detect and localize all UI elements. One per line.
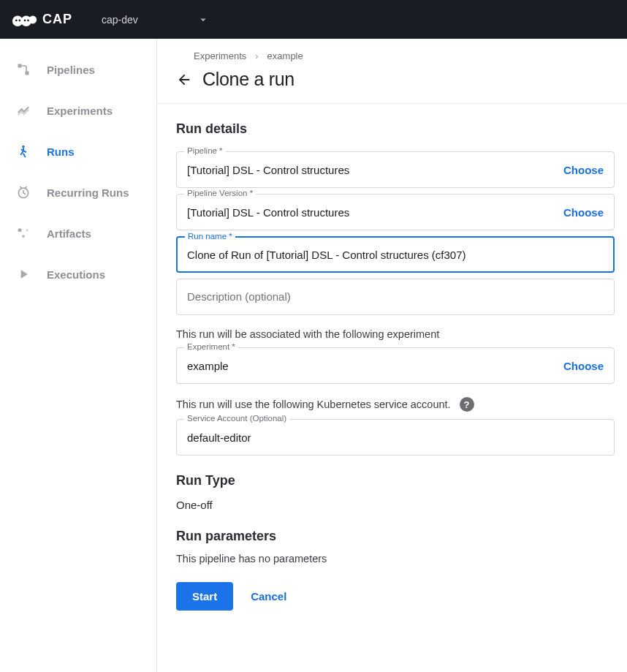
namespace-selector[interactable]: cap-dev [102, 13, 210, 26]
section-run-details: Run details [176, 121, 608, 137]
experiment-value: example [187, 360, 563, 372]
sidebar-item-runs[interactable]: Runs [0, 131, 156, 172]
clock-icon [16, 185, 31, 200]
svg-point-5 [24, 19, 26, 21]
service-account-input[interactable] [187, 431, 604, 444]
sidebar-item-label: Runs [47, 146, 75, 158]
play-icon [16, 267, 31, 282]
run-type-value: One-off [176, 499, 608, 511]
service-account-field[interactable]: Service Account (Optional) [176, 419, 615, 456]
description-field[interactable] [176, 279, 615, 315]
section-run-type: Run Type [176, 473, 608, 488]
service-account-help-text: This run will use the following Kubernet… [176, 399, 451, 410]
sidebar-item-label: Experiments [47, 105, 113, 117]
artifacts-icon [16, 226, 31, 241]
svg-point-2 [28, 15, 37, 23]
chevron-down-icon [197, 13, 210, 26]
sidebar-item-recurring-runs[interactable]: Recurring Runs [0, 172, 156, 213]
pipeline-version-field[interactable]: Pipeline Version * [Tutorial] DSL - Cont… [176, 194, 615, 230]
sidebar-item-executions[interactable]: Executions [0, 254, 156, 295]
run-parameters-empty: This pipeline has no parameters [176, 553, 608, 565]
pipeline-version-choose-button[interactable]: Choose [563, 206, 604, 219]
app-logo: CAP [12, 12, 72, 28]
topbar: CAP cap-dev [0, 0, 627, 39]
pipeline-value: [Tutorial] DSL - Control structures [187, 164, 563, 176]
sidebar-item-experiments[interactable]: Experiments [0, 90, 156, 131]
logo-icon [12, 12, 38, 28]
breadcrumb: Experiments › example [176, 50, 608, 61]
svg-rect-7 [18, 64, 22, 68]
page-header: Experiments › example Clone a run [157, 39, 627, 104]
description-input[interactable] [187, 290, 604, 303]
pipeline-choose-button[interactable]: Choose [563, 164, 604, 176]
sidebar-item-pipelines[interactable]: Pipelines [0, 49, 156, 90]
start-button[interactable]: Start [176, 582, 233, 611]
sidebar-item-artifacts[interactable]: Artifacts [0, 213, 156, 254]
pipeline-label: Pipeline * [184, 146, 226, 155]
breadcrumb-root[interactable]: Experiments [194, 50, 246, 61]
svg-point-12 [26, 229, 28, 231]
service-account-label: Service Account (Optional) [184, 414, 289, 423]
svg-point-3 [15, 19, 18, 21]
svg-point-4 [18, 19, 20, 21]
section-run-parameters: Run parameters [176, 529, 608, 544]
pipeline-version-label: Pipeline Version * [184, 189, 256, 197]
run-name-input[interactable] [187, 249, 604, 261]
runs-icon [16, 144, 31, 159]
svg-point-6 [27, 19, 29, 21]
experiment-field[interactable]: Experiment * example Choose [176, 347, 615, 384]
page-title: Clone a run [202, 69, 294, 90]
svg-rect-8 [26, 72, 29, 75]
run-name-field[interactable]: Run name * [176, 236, 615, 273]
namespace-value: cap-dev [102, 14, 138, 26]
help-icon[interactable]: ? [460, 397, 474, 412]
pipelines-icon [16, 62, 31, 77]
main-content: Experiments › example Clone a run Run de… [157, 39, 627, 672]
app-name: CAP [42, 12, 72, 27]
cancel-button[interactable]: Cancel [251, 590, 286, 603]
back-arrow-icon[interactable] [176, 72, 192, 88]
chevron-right-icon: › [255, 50, 258, 61]
run-name-label: Run name * [185, 232, 235, 241]
svg-point-13 [22, 235, 25, 238]
sidebar-item-label: Pipelines [47, 64, 95, 76]
pipeline-field[interactable]: Pipeline * [Tutorial] DSL - Control stru… [176, 151, 615, 188]
sidebar: Pipelines Experiments Runs Recurring Run… [0, 39, 157, 672]
breadcrumb-leaf[interactable]: example [267, 50, 303, 61]
svg-point-11 [18, 228, 22, 232]
experiment-label: Experiment * [184, 342, 238, 351]
experiment-help-text: This run will be associated with the fol… [176, 328, 608, 340]
pipeline-version-value: [Tutorial] DSL - Control structures [187, 206, 563, 219]
experiment-choose-button[interactable]: Choose [563, 360, 604, 372]
sidebar-item-label: Recurring Runs [47, 186, 129, 199]
experiments-icon [16, 103, 31, 118]
sidebar-item-label: Executions [47, 268, 105, 281]
sidebar-item-label: Artifacts [47, 227, 91, 240]
